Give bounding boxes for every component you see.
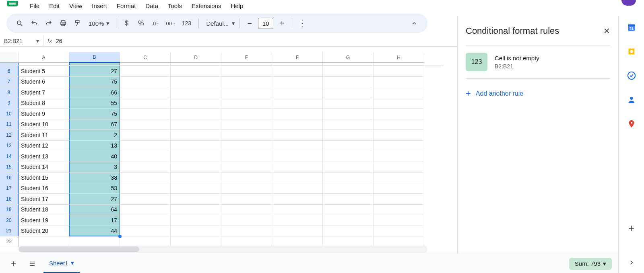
cell[interactable] [120, 183, 171, 194]
cell[interactable]: 75 [69, 109, 120, 119]
cell[interactable]: Student 15 [19, 172, 69, 183]
cell[interactable] [171, 162, 221, 173]
cell[interactable] [323, 215, 374, 226]
cell[interactable] [120, 63, 171, 66]
cell[interactable] [323, 172, 374, 183]
menu-tools[interactable]: Tools [164, 1, 186, 11]
cell[interactable]: 3 [69, 162, 120, 173]
cell[interactable] [120, 141, 171, 152]
menu-view[interactable]: View [65, 1, 86, 11]
row-header[interactable]: 10 [0, 109, 19, 119]
cell[interactable] [374, 141, 424, 152]
cell[interactable] [272, 141, 323, 152]
select-all-corner[interactable] [0, 52, 19, 63]
cell[interactable] [221, 194, 272, 205]
col-header-e[interactable]: E [221, 52, 272, 63]
cell[interactable]: Student 10 [19, 119, 69, 130]
cell[interactable] [171, 205, 221, 216]
row-header[interactable]: 22 [0, 236, 19, 247]
cell[interactable] [120, 119, 171, 130]
cell[interactable]: Student 5 [19, 66, 69, 77]
menu-insert[interactable]: Insert [88, 1, 111, 11]
cell[interactable]: 27 [69, 194, 120, 205]
col-header-f[interactable]: F [272, 52, 323, 63]
cell[interactable] [120, 98, 171, 109]
cell[interactable] [323, 63, 374, 66]
keep-icon[interactable] [627, 47, 636, 56]
hide-side-panel-icon[interactable] [627, 258, 636, 267]
cell[interactable] [323, 141, 374, 152]
cell[interactable] [323, 77, 374, 88]
cell[interactable] [171, 87, 221, 98]
cell[interactable] [221, 172, 272, 183]
cell[interactable] [272, 130, 323, 141]
cell[interactable] [120, 151, 171, 162]
cell[interactable] [171, 215, 221, 226]
cell[interactable] [374, 215, 424, 226]
cell[interactable] [221, 109, 272, 119]
cell[interactable] [374, 205, 424, 216]
print-icon[interactable] [57, 17, 69, 29]
cell[interactable] [221, 141, 272, 152]
col-header-d[interactable]: D [171, 52, 221, 63]
scrollbar-thumb[interactable] [19, 246, 139, 252]
cell[interactable]: 2 [69, 130, 120, 141]
currency-button[interactable]: $ [120, 17, 132, 29]
cell[interactable] [69, 63, 120, 66]
cell[interactable] [120, 130, 171, 141]
row-header[interactable]: 12 [0, 130, 19, 141]
name-box[interactable]: B2:B21 ▾ [0, 35, 43, 46]
spreadsheet-grid[interactable]: A B C D E F G H 6Student 5277Student 675… [0, 52, 444, 254]
cell[interactable] [374, 172, 424, 183]
row-header[interactable]: 15 [0, 162, 19, 173]
quicksum-display[interactable]: Sum: 793 ▾ [569, 258, 612, 270]
cell[interactable] [374, 130, 424, 141]
cell[interactable] [374, 109, 424, 119]
add-sheet-button[interactable]: + [6, 257, 21, 271]
cell[interactable]: Student 9 [19, 109, 69, 119]
cell[interactable] [374, 194, 424, 205]
menu-extensions[interactable]: Extensions [188, 1, 225, 11]
cell[interactable] [120, 205, 171, 216]
cell[interactable]: Student 19 [19, 215, 69, 226]
col-header-b[interactable]: B [69, 52, 120, 63]
cell[interactable] [323, 109, 374, 119]
cell[interactable] [323, 130, 374, 141]
row-header[interactable]: 11 [0, 119, 19, 130]
cell[interactable]: 13 [69, 141, 120, 152]
add-addon-icon[interactable]: + [627, 223, 636, 233]
cell[interactable] [323, 98, 374, 109]
all-sheets-button[interactable] [25, 257, 39, 271]
cell[interactable] [221, 98, 272, 109]
cell[interactable] [120, 194, 171, 205]
cell[interactable] [221, 66, 272, 77]
font-size-input[interactable]: 10 [258, 18, 273, 29]
cell[interactable]: 27 [69, 66, 120, 77]
menu-file[interactable]: File [26, 1, 43, 11]
cell[interactable]: 17 [69, 215, 120, 226]
cell[interactable] [120, 172, 171, 183]
menu-format[interactable]: Format [113, 1, 140, 11]
cell[interactable] [323, 226, 374, 237]
cell[interactable]: 38 [69, 172, 120, 183]
cell[interactable] [171, 151, 221, 162]
cell[interactable] [272, 77, 323, 88]
collapse-toolbar-icon[interactable] [408, 17, 420, 29]
col-header-h[interactable]: H [374, 52, 424, 63]
cell[interactable] [120, 215, 171, 226]
row-header[interactable]: 18 [0, 194, 19, 205]
cell[interactable]: Student 17 [19, 194, 69, 205]
decrease-font-size-button[interactable]: − [244, 17, 256, 29]
cell[interactable]: Student 16 [19, 183, 69, 194]
number-format-button[interactable]: 123 [178, 17, 194, 29]
cell[interactable] [171, 63, 221, 66]
cell[interactable] [272, 205, 323, 216]
cell[interactable]: Student 14 [19, 162, 69, 173]
cell[interactable] [374, 66, 424, 77]
cell[interactable]: 44 [69, 226, 120, 237]
row-header[interactable] [0, 63, 19, 66]
cell[interactable]: Student 6 [19, 77, 69, 88]
menu-edit[interactable]: Edit [45, 1, 64, 11]
cell[interactable] [272, 66, 323, 77]
cell[interactable] [272, 172, 323, 183]
